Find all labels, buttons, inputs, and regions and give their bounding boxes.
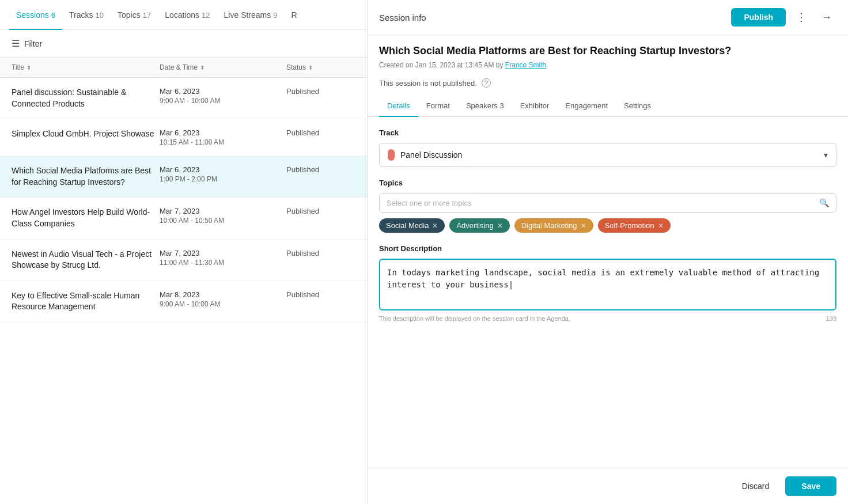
row-time: 10:15 AM - 11:00 AM bbox=[160, 138, 286, 146]
tag-social-media[interactable]: Social Media ✕ bbox=[379, 218, 445, 233]
remove-tag-self-promotion[interactable]: ✕ bbox=[658, 222, 664, 230]
right-panel: Session info Publish ⋮ → Which Social Me… bbox=[368, 0, 848, 504]
row-datetime: Mar 8, 2023 9:00 AM - 10:00 AM bbox=[160, 290, 286, 313]
header-actions: Publish ⋮ → bbox=[731, 8, 836, 26]
row-status: Published bbox=[286, 165, 355, 188]
topics-input[interactable]: Select one or more topics 🔍 bbox=[379, 193, 836, 213]
tag-advertising[interactable]: Advertising ✕ bbox=[449, 218, 509, 233]
tab-live-streams-count: 9 bbox=[273, 11, 277, 20]
tab-speakers[interactable]: Speakers 3 bbox=[458, 94, 512, 117]
author-link[interactable]: Franco Smith bbox=[505, 61, 546, 69]
bottom-actions: Discard Save bbox=[368, 468, 848, 504]
tab-locations[interactable]: Locations 12 bbox=[158, 0, 217, 30]
row-title: Panel discussion: Sustainable & Connecte… bbox=[12, 87, 160, 109]
tab-live-streams-label: Live Streams bbox=[224, 10, 271, 20]
table-row[interactable]: Which Social Media Platforms are Best fo… bbox=[0, 156, 367, 198]
row-date: Mar 7, 2023 bbox=[160, 207, 286, 215]
search-icon: 🔍 bbox=[819, 198, 829, 207]
left-panel: Sessions 6 Tracks 10 Topics 17 Locations… bbox=[0, 0, 368, 504]
row-date: Mar 6, 2023 bbox=[160, 165, 286, 174]
remove-tag-digital-marketing[interactable]: ✕ bbox=[581, 222, 586, 230]
sort-title-icon: ⬍ bbox=[26, 65, 31, 71]
row-datetime: Mar 6, 2023 9:00 AM - 10:00 AM bbox=[160, 87, 286, 109]
short-desc-textarea[interactable]: In todays marketing landscape, social me… bbox=[379, 259, 836, 310]
tab-topics[interactable]: Topics 17 bbox=[111, 0, 158, 30]
tab-sessions-count: 6 bbox=[51, 11, 55, 20]
table-row[interactable]: Panel discussion: Sustainable & Connecte… bbox=[0, 78, 367, 119]
tab-tracks-label: Tracks bbox=[69, 10, 93, 20]
collapse-panel-button[interactable]: → bbox=[817, 9, 836, 26]
tab-exhibitor[interactable]: Exhibitor bbox=[512, 94, 558, 117]
row-status: Published bbox=[286, 128, 355, 146]
topics-placeholder: Select one or more topics bbox=[387, 199, 471, 207]
tags-row: Social Media ✕ Advertising ✕ Digital Mar… bbox=[379, 218, 836, 233]
tag-self-promotion[interactable]: Self-Promotion ✕ bbox=[598, 218, 671, 233]
filter-icon: ☰ bbox=[12, 38, 20, 49]
row-title: Newest in Audio Visual Tech - a Project … bbox=[12, 249, 160, 271]
tag-digital-marketing[interactable]: Digital Marketing ✕ bbox=[514, 218, 593, 233]
remove-tag-advertising[interactable]: ✕ bbox=[497, 222, 503, 230]
discard-button[interactable]: Discard bbox=[733, 477, 778, 495]
track-label: Track bbox=[379, 128, 836, 137]
sort-status-icon: ⬍ bbox=[308, 65, 313, 71]
table-row[interactable]: Newest in Audio Visual Tech - a Project … bbox=[0, 240, 367, 281]
row-status: Published bbox=[286, 87, 355, 109]
not-published-row: This session is not published. ? bbox=[368, 74, 848, 94]
row-time: 9:00 AM - 10:00 AM bbox=[160, 300, 286, 308]
tab-live-streams[interactable]: Live Streams 9 bbox=[217, 0, 285, 30]
detail-content: Track Panel Discussion ▾ Topics Select o… bbox=[368, 117, 848, 468]
save-button[interactable]: Save bbox=[785, 476, 836, 496]
table-row[interactable]: How Angel Investors Help Build World-Cla… bbox=[0, 198, 367, 239]
remove-tag-social-media[interactable]: ✕ bbox=[432, 222, 438, 230]
filter-label: Filter bbox=[24, 39, 42, 48]
row-datetime: Mar 7, 2023 11:00 AM - 11:30 AM bbox=[160, 249, 286, 271]
tab-r-label: R bbox=[292, 10, 297, 20]
session-meta: Created on Jan 15, 2023 at 13:45 AM by F… bbox=[379, 61, 836, 69]
tab-format[interactable]: Format bbox=[418, 94, 458, 117]
track-select[interactable]: Panel Discussion ▾ bbox=[379, 143, 836, 167]
row-status: Published bbox=[286, 290, 355, 313]
row-datetime: Mar 7, 2023 10:00 AM - 10:50 AM bbox=[160, 207, 286, 229]
track-select-left: Panel Discussion bbox=[388, 149, 462, 161]
row-status: Published bbox=[286, 207, 355, 229]
tab-settings[interactable]: Settings bbox=[616, 94, 659, 117]
detail-tabs: Details Format Speakers 3 Exhibitor Enga… bbox=[368, 94, 848, 117]
tab-tracks[interactable]: Tracks 10 bbox=[62, 0, 111, 30]
table-row[interactable]: Simplex Cloud GmbH. Project Showase Mar … bbox=[0, 119, 367, 156]
tab-details[interactable]: Details bbox=[379, 94, 418, 117]
filter-bar: ☰ Filter bbox=[0, 30, 367, 58]
tab-sessions[interactable]: Sessions 6 bbox=[9, 0, 62, 30]
row-time: 1:00 PM - 2:00 PM bbox=[160, 175, 286, 183]
publish-button[interactable]: Publish bbox=[731, 8, 786, 26]
row-date: Mar 8, 2023 bbox=[160, 290, 286, 299]
nav-tabs: Sessions 6 Tracks 10 Topics 17 Locations… bbox=[0, 0, 367, 30]
row-status: Published bbox=[286, 249, 355, 271]
table-row[interactable]: Key to Effective Small-scale Human Resou… bbox=[0, 281, 367, 323]
topics-label: Topics bbox=[379, 179, 836, 187]
row-time: 10:00 AM - 10:50 AM bbox=[160, 217, 286, 225]
tab-r[interactable]: R bbox=[285, 0, 304, 30]
sort-datetime-icon: ⬍ bbox=[200, 65, 205, 71]
char-count: 139 bbox=[826, 315, 836, 322]
col-status: Status ⬍ bbox=[286, 63, 355, 71]
desc-footer: This description will be displayed on th… bbox=[379, 315, 836, 322]
help-icon[interactable]: ? bbox=[482, 78, 491, 88]
tab-topics-count: 17 bbox=[143, 11, 151, 20]
row-title: Simplex Cloud GmbH. Project Showase bbox=[12, 128, 160, 146]
col-datetime: Date & Time ⬍ bbox=[160, 63, 286, 71]
tab-topics-label: Topics bbox=[118, 10, 141, 20]
more-options-button[interactable]: ⋮ bbox=[792, 9, 811, 26]
session-info-title: Session info bbox=[379, 13, 426, 22]
table-header: Title ⬍ Date & Time ⬍ Status ⬍ bbox=[0, 58, 367, 78]
sessions-table: Title ⬍ Date & Time ⬍ Status ⬍ Panel dis… bbox=[0, 58, 367, 504]
row-title: Key to Effective Small-scale Human Resou… bbox=[12, 290, 160, 313]
tab-engagement[interactable]: Engagement bbox=[557, 94, 616, 117]
row-time: 11:00 AM - 11:30 AM bbox=[160, 259, 286, 267]
col-title: Title ⬍ bbox=[12, 63, 160, 71]
row-datetime: Mar 6, 2023 10:15 AM - 11:00 AM bbox=[160, 128, 286, 146]
row-date: Mar 7, 2023 bbox=[160, 249, 286, 257]
tag-label: Self-Promotion bbox=[605, 221, 654, 230]
row-title: How Angel Investors Help Build World-Cla… bbox=[12, 207, 160, 229]
track-color-dot bbox=[388, 149, 395, 161]
tab-locations-count: 12 bbox=[202, 11, 210, 20]
